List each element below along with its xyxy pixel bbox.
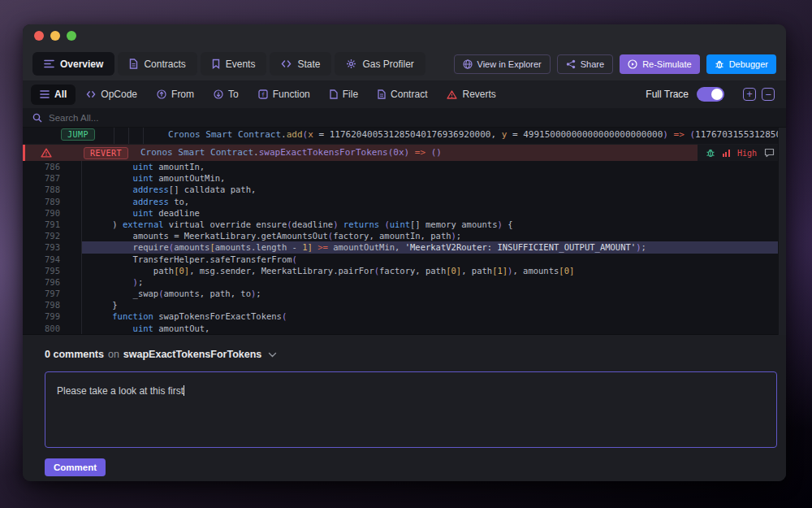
collapse-all-button[interactable]: − bbox=[762, 88, 775, 101]
code-token: ) bbox=[663, 129, 668, 140]
search-icon bbox=[32, 113, 42, 123]
filter-contract[interactable]: Contract bbox=[369, 85, 436, 105]
code-token: to, bbox=[169, 197, 189, 206]
line-number: 797 bbox=[23, 288, 81, 299]
debug-bug-icon[interactable] bbox=[706, 148, 715, 158]
trace-list: JUMP Cronos Smart Contract.add(x = 11762… bbox=[23, 128, 786, 161]
code-token: path bbox=[153, 266, 174, 276]
code-line[interactable]: 793 require(amounts[amounts.length - 1] … bbox=[23, 241, 786, 253]
filter-file[interactable]: File bbox=[321, 85, 367, 105]
code-line[interactable]: 791 ) external virtual override ensure(d… bbox=[23, 219, 786, 230]
code-token: => bbox=[409, 147, 431, 158]
filter-opcode[interactable]: OpCode bbox=[77, 85, 146, 105]
code-token: returns bbox=[343, 219, 379, 229]
button-label: Share bbox=[581, 59, 604, 69]
code-line[interactable]: 795 path[0], msg.sender, MeerkatLibrary.… bbox=[23, 265, 786, 276]
trace-filter-bar: All OpCode From To f Function bbox=[23, 80, 786, 108]
chevron-down-icon[interactable] bbox=[268, 352, 277, 358]
state-icon bbox=[281, 59, 292, 68]
code-token bbox=[92, 208, 133, 218]
code-line[interactable]: 786 uint amountIn, bbox=[23, 161, 786, 172]
code-token: x bbox=[308, 129, 313, 140]
code-brackets-icon bbox=[86, 90, 96, 98]
code-line[interactable]: 789 address to, bbox=[23, 196, 786, 207]
code-line[interactable]: 800 uint amountOut, bbox=[23, 323, 786, 334]
comments-count: 0 comments bbox=[45, 349, 104, 360]
code-token: 117620400531285040176936920000 bbox=[330, 129, 491, 140]
code-line[interactable]: 794 TransferHelper.safeTransferFrom( bbox=[23, 254, 786, 265]
share-icon bbox=[566, 59, 576, 69]
filter-label: OpCode bbox=[101, 89, 137, 100]
contracts-icon bbox=[129, 59, 138, 69]
line-number: 786 bbox=[23, 161, 81, 172]
button-label: View in Explorer bbox=[477, 59, 542, 69]
gas-usage-bars-icon bbox=[723, 150, 730, 157]
code-token: amounts bbox=[174, 242, 209, 252]
code-line[interactable]: 788 address[] calldata path, bbox=[23, 184, 786, 195]
filter-function[interactable]: f Function bbox=[249, 85, 319, 105]
trace-row-revert[interactable]: REVERT Cronos Smart Contract.swapExactTo… bbox=[23, 144, 786, 161]
filter-all[interactable]: All bbox=[31, 85, 76, 105]
code-token: } bbox=[112, 300, 117, 310]
filter-from[interactable]: From bbox=[148, 85, 203, 105]
overview-icon bbox=[44, 59, 54, 68]
code-line[interactable]: 796 ); bbox=[23, 276, 786, 288]
code-line-text: ); bbox=[81, 276, 786, 288]
source-code-viewer[interactable]: 786 uint amountIn,787 uint amountOutMin,… bbox=[23, 161, 786, 334]
share-button[interactable]: Share bbox=[557, 54, 613, 74]
code-line[interactable]: 792 amounts = MeerkatLibrary.getAmountsO… bbox=[23, 230, 786, 241]
code-line[interactable]: 798 } bbox=[23, 299, 786, 310]
minimize-window-button[interactable] bbox=[50, 31, 60, 41]
code-lines: 786 uint amountIn,787 uint amountOutMin,… bbox=[23, 161, 786, 334]
filter-reverts[interactable]: Reverts bbox=[438, 85, 504, 105]
view-in-explorer-button[interactable]: View in Explorer bbox=[454, 54, 551, 74]
re-simulate-button[interactable]: Re-Simulate bbox=[620, 54, 700, 74]
indent-guide bbox=[128, 128, 129, 144]
expand-all-button[interactable]: + bbox=[743, 88, 756, 101]
close-window-button[interactable] bbox=[34, 31, 44, 41]
comment-input[interactable]: Please take a look at this first bbox=[45, 371, 777, 448]
code-token: amountOutMin, bbox=[328, 242, 405, 252]
full-trace-toggle[interactable] bbox=[697, 87, 724, 102]
code-line[interactable]: 787 uint amountOutMin, bbox=[23, 172, 786, 184]
trace-row-jump[interactable]: JUMP Cronos Smart Contract.add(x = 11762… bbox=[23, 128, 786, 144]
code-line[interactable]: 790 uint deadline bbox=[23, 207, 786, 219]
zoom-window-button[interactable] bbox=[67, 31, 76, 41]
line-number: 796 bbox=[23, 276, 81, 288]
code-token: , bbox=[490, 129, 501, 140]
code-token: , amounts bbox=[512, 266, 559, 276]
code-token bbox=[92, 277, 133, 287]
filter-label: From bbox=[171, 89, 194, 100]
tab-state[interactable]: State bbox=[270, 52, 331, 76]
trace-row-actions: High bbox=[698, 145, 778, 161]
submit-comment-button[interactable]: Comment bbox=[45, 458, 106, 476]
code-line-text: uint amountOut, bbox=[81, 323, 786, 334]
tab-contracts[interactable]: Contracts bbox=[118, 52, 197, 76]
tab-overview[interactable]: Overview bbox=[32, 52, 114, 76]
comment-bubble-icon[interactable] bbox=[764, 148, 775, 158]
trace-call-text: Cronos Smart Contract.swapExactTokensFor… bbox=[140, 147, 442, 158]
globe-icon bbox=[463, 59, 473, 69]
code-line-text: ) external virtual override ensure(deadl… bbox=[81, 219, 786, 230]
comments-header: 0 comments on swapExactTokensForTokens bbox=[45, 349, 777, 360]
filter-label: Function bbox=[273, 89, 310, 100]
code-token: swapExactTokensForTokens bbox=[259, 147, 388, 158]
tab-label: State bbox=[297, 59, 320, 70]
search-input[interactable] bbox=[49, 113, 374, 123]
tab-events[interactable]: Events bbox=[201, 52, 267, 76]
code-token: 'MeerkatV2Router: INSUFFICIENT_OUTPUT_AM… bbox=[405, 242, 636, 252]
trace-search-row bbox=[23, 108, 786, 128]
code-line[interactable]: 797 _swap(amounts, path, to); bbox=[23, 288, 786, 299]
code-line[interactable]: 799 function swapTokensForExactTokens( bbox=[23, 310, 786, 322]
button-label: Debugger bbox=[729, 59, 768, 69]
tab-gas-profiler[interactable]: Gas Profiler bbox=[335, 52, 425, 76]
code-token bbox=[92, 231, 133, 241]
list-icon bbox=[40, 90, 50, 98]
code-token: = bbox=[313, 129, 330, 140]
code-token: deadline bbox=[153, 208, 200, 218]
line-number: 789 bbox=[23, 196, 81, 207]
comment-input-value: Please take a look at this first bbox=[57, 385, 184, 397]
vertical-scrollbar[interactable] bbox=[778, 128, 786, 335]
debugger-button[interactable]: Debugger bbox=[706, 54, 776, 74]
filter-to[interactable]: To bbox=[205, 85, 248, 105]
